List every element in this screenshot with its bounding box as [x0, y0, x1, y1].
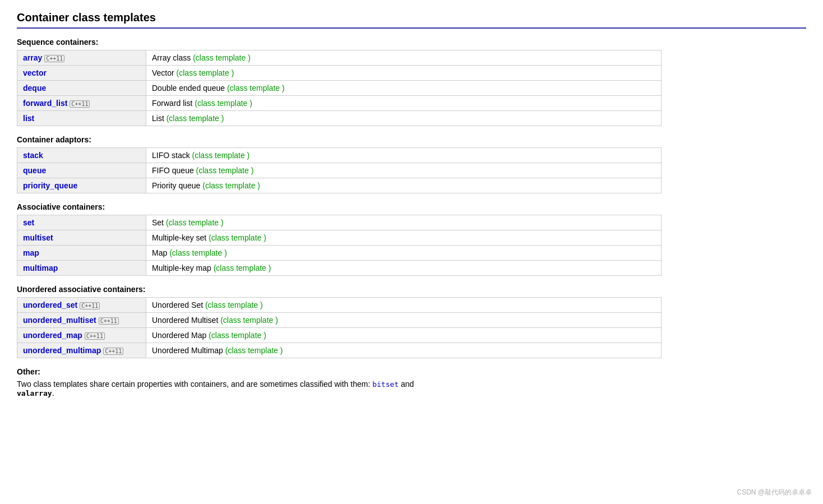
row-desc: Multiple-key map: [152, 263, 214, 272]
class-template-label: (class template ): [177, 68, 234, 77]
row-desc: Unordered Map: [152, 331, 209, 340]
class-template-label: (class template ): [192, 151, 250, 160]
class-template-label: (class template ): [166, 218, 224, 227]
cpp11-badge: C++11: [70, 100, 90, 108]
link-vector[interactable]: vector: [23, 68, 47, 77]
table-row: dequeDouble ended queue (class template …: [17, 81, 662, 96]
link-queue[interactable]: queue: [23, 166, 46, 175]
link-multimap[interactable]: multimap: [23, 263, 58, 272]
cpp11-badge: C++11: [85, 332, 105, 340]
cpp11-badge: C++11: [80, 302, 100, 309]
table-row: multisetMultiple-key set (class template…: [17, 230, 662, 246]
table-row: vectorVector (class template ): [17, 66, 662, 81]
section-header-adaptors: Container adaptors:: [17, 135, 806, 144]
class-template-label: (class template ): [169, 248, 227, 257]
row-desc: Set: [152, 218, 166, 227]
link-unordered_multiset[interactable]: unordered_multiset: [23, 316, 96, 325]
row-desc: Array class: [152, 53, 193, 62]
cpp11-badge: C++11: [103, 348, 123, 355]
link-multiset[interactable]: multiset: [23, 233, 53, 242]
row-desc: Map: [152, 248, 169, 257]
row-desc: Priority queue: [152, 181, 202, 190]
table-row: forward_listC++11Forward list (class tem…: [17, 96, 662, 111]
class-template-label: (class template ): [167, 114, 224, 123]
section-header-sequence: Sequence containers:: [17, 38, 806, 47]
class-template-label: (class template ): [209, 331, 266, 340]
row-desc: Multiple-key set: [152, 233, 209, 242]
link-stack[interactable]: stack: [23, 151, 43, 160]
table-adaptors: stackLIFO stack (class template )queueFI…: [17, 147, 662, 193]
other-section: Other: Two class templates share certain…: [17, 367, 806, 397]
table-row: unordered_multisetC++11Unordered Multise…: [17, 313, 662, 328]
class-template-label: (class template ): [205, 300, 263, 309]
row-desc: Unordered Multimap: [152, 346, 225, 355]
page-title: Container class templates: [17, 11, 806, 29]
table-row: listList (class template ): [17, 111, 662, 126]
row-desc: Double ended queue: [152, 84, 227, 93]
cpp11-badge: C++11: [44, 55, 64, 62]
class-template-label: (class template ): [193, 53, 251, 62]
link-map[interactable]: map: [23, 248, 39, 257]
link-unordered_map[interactable]: unordered_map: [23, 331, 82, 340]
valarray-link[interactable]: valarray: [17, 389, 52, 397]
table-row: setSet (class template ): [17, 215, 662, 230]
row-desc: Vector: [152, 68, 177, 77]
section-header-associative: Associative containers:: [17, 202, 806, 211]
cpp11-badge: C++11: [99, 317, 119, 325]
table-row: arrayC++11Array class (class template ): [17, 50, 662, 66]
bitset-link[interactable]: bitset: [372, 380, 399, 389]
row-desc: List: [152, 114, 167, 123]
table-row: priority_queuePriority queue (class temp…: [17, 178, 662, 193]
class-template-label: (class template ): [214, 263, 271, 272]
row-desc: Unordered Multiset: [152, 316, 220, 325]
table-row: unordered_setC++11Unordered Set (class t…: [17, 298, 662, 313]
row-desc: Forward list: [152, 99, 195, 108]
class-template-label: (class template ): [225, 346, 283, 355]
table-row: mapMap (class template ): [17, 246, 662, 261]
link-unordered_set[interactable]: unordered_set: [23, 300, 77, 309]
section-header-unordered: Unordered associative containers:: [17, 285, 806, 294]
link-list[interactable]: list: [23, 114, 34, 123]
table-sequence: arrayC++11Array class (class template )v…: [17, 50, 662, 126]
class-template-label: (class template ): [195, 99, 252, 108]
class-template-label: (class template ): [227, 84, 285, 93]
link-forward_list[interactable]: forward_list: [23, 99, 67, 108]
other-text: Two class templates share certain proper…: [17, 380, 806, 397]
link-priority_queue[interactable]: priority_queue: [23, 181, 77, 190]
table-row: queueFIFO queue (class template ): [17, 163, 662, 178]
class-template-label: (class template ): [202, 181, 260, 190]
row-desc: LIFO stack: [152, 151, 192, 160]
link-deque[interactable]: deque: [23, 84, 46, 93]
link-set[interactable]: set: [23, 218, 34, 227]
table-row: unordered_mapC++11Unordered Map (class t…: [17, 328, 662, 343]
class-template-label: (class template ): [209, 233, 266, 242]
table-row: stackLIFO stack (class template ): [17, 148, 662, 163]
link-unordered_multimap[interactable]: unordered_multimap: [23, 346, 101, 355]
table-row: unordered_multimapC++11Unordered Multima…: [17, 343, 662, 358]
table-row: multimapMultiple-key map (class template…: [17, 261, 662, 276]
class-template-label: (class template ): [196, 166, 254, 175]
other-header: Other:: [17, 367, 806, 376]
class-template-label: (class template ): [220, 316, 278, 325]
row-desc: FIFO queue: [152, 166, 196, 175]
row-desc: Unordered Set: [152, 300, 205, 309]
table-associative: setSet (class template )multisetMultiple…: [17, 215, 662, 276]
link-array[interactable]: array: [23, 53, 42, 62]
table-unordered: unordered_setC++11Unordered Set (class t…: [17, 297, 662, 358]
